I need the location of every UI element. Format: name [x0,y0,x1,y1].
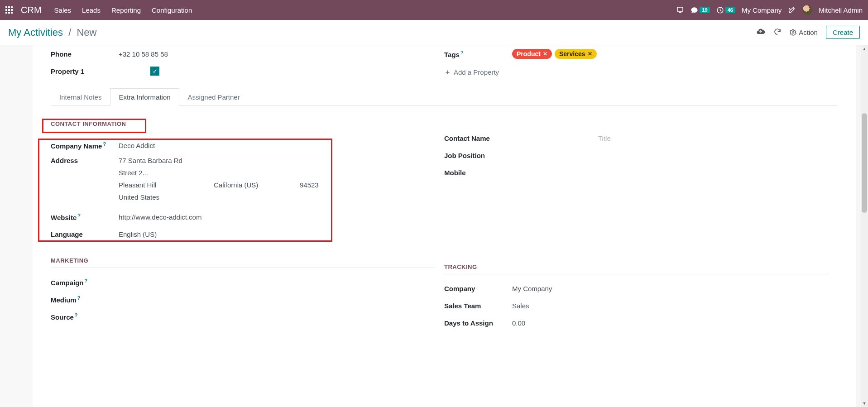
tools-icon[interactable] [788,6,796,14]
menu-sales[interactable]: Sales [54,6,72,14]
breadcrumb-separator: / [68,27,71,38]
source-label: Source? [51,312,119,321]
topbar-left: CRM Sales Leads Reporting Configuration [5,5,192,15]
add-property-button[interactable]: ＋ Add a Property [444,68,499,77]
address-city[interactable]: Pleasant Hill [119,181,196,189]
voip-icon[interactable] [676,6,684,14]
sales-team-label: Sales Team [444,302,512,310]
messages-icon[interactable]: 19 [691,6,710,14]
scroll-down-icon[interactable]: ▼ [861,400,868,407]
address-street2[interactable]: Street 2... [119,169,435,177]
scrollbar[interactable]: ▲ ▼ [861,45,868,407]
contact-name-label: Contact Name [444,134,544,142]
language-value[interactable]: English (US) [119,230,435,238]
phone-label: Phone [51,50,119,58]
svg-point-1 [792,32,794,34]
tag-services[interactable]: Services ✕ [555,49,597,59]
activities-icon[interactable]: 46 [716,6,735,14]
menu-leads[interactable]: Leads [82,6,101,14]
tracking-company-value[interactable]: My Company [512,285,829,292]
sales-team-value[interactable]: Sales [512,302,829,310]
discard-icon[interactable] [773,28,782,37]
address-country[interactable]: United States [119,193,435,201]
tab-extra-information[interactable]: Extra Information [110,88,179,106]
tags-label: Tags? [444,50,512,58]
section-marketing: MARKETING [51,254,435,268]
left-gutter [0,45,33,407]
website-help-icon[interactable]: ? [77,213,81,218]
plus-icon: ＋ [444,68,451,77]
contact-title-placeholder[interactable]: Title [598,134,611,142]
property1-checkbox[interactable]: ✓ [150,67,159,76]
tab-internal-notes[interactable]: Internal Notes [51,88,110,106]
phone-value[interactable]: +32 10 58 85 58 [119,50,435,58]
topbar: CRM Sales Leads Reporting Configuration … [0,0,868,20]
company-name-value[interactable]: Deco Addict [119,142,435,149]
topbar-right: 19 46 My Company Mitchell Admin [676,5,863,15]
control-bar: My Activities / New Action Create [0,20,868,45]
messages-badge: 19 [700,7,710,13]
control-actions: Action Create [756,26,860,39]
language-label: Language [51,230,119,238]
breadcrumb-root[interactable]: My Activities [8,27,63,38]
user-menu[interactable]: Mitchell Admin [819,6,863,14]
tabs: Internal Notes Extra Information Assigne… [51,88,838,106]
campaign-label: Campaign? [51,278,119,287]
section-tracking: TRACKING [444,261,829,274]
tag-services-remove-icon[interactable]: ✕ [588,51,592,57]
website-value[interactable]: http://www.deco-addict.com [119,213,435,221]
menu-reporting[interactable]: Reporting [111,6,141,14]
scroll-thumb[interactable] [862,113,867,213]
scroll-up-icon[interactable]: ▲ [861,45,868,53]
medium-label: Medium? [51,295,119,304]
page-body: Phone +32 10 58 85 58 Property 1 ✓ Tags? [0,45,868,407]
company-name-help-icon[interactable]: ? [103,141,106,147]
tags-help-icon[interactable]: ? [460,50,464,55]
days-to-assign-value[interactable]: 0.00 [512,319,829,327]
tag-product-remove-icon[interactable]: ✕ [543,51,547,57]
tag-product[interactable]: Product ✕ [512,49,552,59]
company-name-label: Company Name? [51,141,119,150]
breadcrumb-leaf: New [77,27,96,38]
top-menu: Sales Leads Reporting Configuration [54,6,192,14]
avatar[interactable] [802,5,812,15]
form-area: Phone +32 10 58 85 58 Property 1 ✓ Tags? [33,45,856,407]
address-street1[interactable]: 77 Santa Barbara Rd [119,157,435,164]
medium-help-icon[interactable]: ? [77,295,81,301]
action-label: Action [799,29,818,36]
source-help-icon[interactable]: ? [75,312,78,318]
tab-assigned-partner[interactable]: Assigned Partner [179,88,249,106]
menu-configuration[interactable]: Configuration [152,6,192,14]
mobile-label: Mobile [444,169,544,177]
section-contact-information: CONTACT INFORMATION [51,118,435,131]
company-switcher[interactable]: My Company [742,6,782,14]
campaign-help-icon[interactable]: ? [85,278,88,283]
app-switcher-icon[interactable] [5,6,13,14]
breadcrumb: My Activities / New [8,27,96,38]
action-dropdown[interactable]: Action [790,29,818,36]
job-position-label: Job Position [444,152,544,159]
address-label: Address [51,157,119,164]
cloud-save-icon[interactable] [756,27,765,38]
address-zip[interactable]: 94523 [300,181,319,189]
create-button[interactable]: Create [826,26,860,39]
activities-badge: 46 [725,7,735,13]
address-state[interactable]: California (US) [214,181,282,189]
website-label: Website? [51,213,119,221]
property1-label: Property 1 [51,67,119,75]
days-to-assign-label: Days to Assign [444,319,512,327]
tracking-company-label: Company [444,285,512,292]
right-gutter [856,45,861,407]
app-name[interactable]: CRM [21,5,42,15]
